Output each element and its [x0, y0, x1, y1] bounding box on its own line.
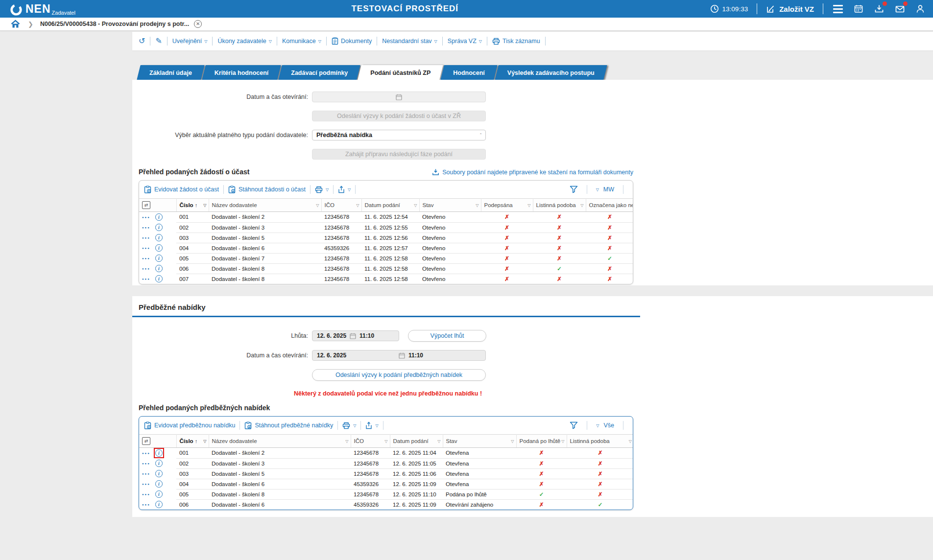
- column-config-header[interactable]: ⇄: [139, 199, 176, 212]
- tab-hodnoceni[interactable]: Hodnocení: [442, 65, 496, 80]
- row-menu-icon[interactable]: ●●●: [142, 267, 150, 270]
- col-ico[interactable]: IČO▽: [351, 435, 390, 448]
- opening2-datetime-input[interactable]: 12. 6. 2025 11:10: [312, 350, 486, 361]
- opening-datetime-input[interactable]: [312, 92, 486, 102]
- info-icon[interactable]: i: [155, 224, 163, 231]
- info-icon[interactable]: i: [155, 501, 163, 508]
- menu-uverejneni[interactable]: Uveřejnění▽: [172, 38, 208, 45]
- calendar-small-icon[interactable]: [350, 333, 356, 339]
- filter-arrow-icon[interactable]: ▽: [384, 439, 387, 443]
- col-cislo[interactable]: Číslo↑▽: [176, 435, 209, 448]
- col-stav[interactable]: Stav▽: [419, 199, 481, 212]
- filter-arrow-icon[interactable]: ▽: [527, 203, 530, 208]
- profile-button[interactable]: [914, 3, 926, 15]
- tab-vysledek[interactable]: Výsledek zadávacího postupu: [497, 65, 605, 80]
- menu-dokumenty[interactable]: Dokumenty: [332, 37, 372, 45]
- filter-arrow-icon[interactable]: ▽: [203, 439, 206, 443]
- col-podana-po-lhute[interactable]: Podaná po lhůtě▽: [516, 435, 567, 448]
- row-menu-icon[interactable]: ●●●: [142, 247, 150, 250]
- row-menu-icon[interactable]: ●●●: [142, 236, 150, 239]
- info-icon[interactable]: i: [155, 470, 163, 477]
- deadline-datetime-input[interactable]: 12. 6. 2025 11:10: [312, 330, 399, 341]
- filter-icon[interactable]: [570, 186, 578, 193]
- info-icon[interactable]: i: [155, 480, 163, 488]
- filter-arrow-icon[interactable]: ▽: [316, 203, 319, 208]
- table-row[interactable]: ●●●i002Dodavatel - školení 31234567811. …: [139, 222, 633, 233]
- info-icon[interactable]: i: [155, 265, 163, 272]
- info-icon[interactable]: i: [155, 234, 163, 241]
- col-listinna-podoba[interactable]: Listinná podoba▽: [533, 199, 586, 212]
- row-menu-icon[interactable]: ●●●: [142, 452, 150, 455]
- col-nazev-dodavatele[interactable]: Název dodavatele▽: [209, 435, 351, 448]
- col-listinna-podoba[interactable]: Listinná podoba▽: [567, 435, 633, 448]
- info-icon[interactable]: i: [155, 275, 163, 282]
- column-config-icon[interactable]: ⇄: [142, 437, 150, 445]
- info-icon[interactable]: i: [155, 490, 163, 498]
- filter-arrow-icon[interactable]: ▽: [561, 439, 564, 443]
- breadcrumb-item[interactable]: N006/25/V00005438 - Provozování prodejny…: [40, 21, 189, 27]
- row-menu-icon[interactable]: ●●●: [142, 278, 150, 280]
- col-ico[interactable]: IČO▽: [321, 199, 361, 212]
- create-vz-button[interactable]: Založit VZ: [766, 4, 814, 14]
- send-invitation-button[interactable]: Odeslání výzvy k podání předběžných nabí…: [312, 369, 486, 381]
- view-selector[interactable]: MW: [603, 186, 614, 193]
- tab-zakladni-udaje[interactable]: Základní údaje: [139, 65, 203, 80]
- downloads-button[interactable]: [873, 3, 885, 15]
- filter-arrow-icon[interactable]: ▽: [580, 203, 583, 208]
- col-podepsana[interactable]: Podepsána▽: [481, 199, 533, 212]
- row-menu-icon[interactable]: ●●●: [142, 462, 150, 465]
- filter-arrow-icon[interactable]: ▽: [345, 439, 348, 443]
- calendar-button[interactable]: [853, 3, 864, 15]
- table-row[interactable]: ●●●i005Dodavatel - školení 71234567811. …: [139, 253, 633, 263]
- files-download-link[interactable]: Soubory podání najdete připravené ke sta…: [432, 168, 633, 176]
- col-datum-podani[interactable]: Datum podání▽: [390, 435, 443, 448]
- info-icon[interactable]: i: [155, 255, 163, 262]
- view-selector[interactable]: Vše: [603, 422, 614, 429]
- close-icon[interactable]: ✕: [194, 20, 202, 28]
- row-menu-icon[interactable]: ●●●: [142, 257, 150, 260]
- col-datum-podani[interactable]: Datum podání▽: [361, 199, 419, 212]
- calendar-small-icon[interactable]: [399, 352, 405, 359]
- view-dropdown-arrow-icon[interactable]: ▽: [596, 423, 599, 428]
- download-requests-button[interactable]: Stáhnout žádosti o účast: [228, 186, 306, 193]
- filter-arrow-icon[interactable]: ▽: [476, 203, 478, 208]
- filter-icon[interactable]: [570, 421, 578, 429]
- info-icon[interactable]: i: [155, 244, 163, 252]
- filter-arrow-icon[interactable]: ▽: [511, 439, 514, 443]
- filter-arrow-icon[interactable]: ▽: [414, 203, 417, 208]
- download-bids-button[interactable]: Stáhnout předběžné nabídky: [244, 421, 333, 429]
- view-dropdown-arrow-icon[interactable]: ▽: [596, 187, 599, 192]
- row-menu-icon[interactable]: ●●●: [142, 503, 150, 506]
- column-config-header[interactable]: ⇄: [139, 435, 176, 448]
- row-menu-icon[interactable]: ●●●: [142, 216, 150, 219]
- submission-type-select[interactable]: Předběžná nabídka ˆ: [312, 130, 486, 140]
- print-table-button[interactable]: ▽: [342, 422, 356, 429]
- table-row[interactable]: ●●●i004Dodavatel - školení 64535932611. …: [139, 243, 633, 253]
- home-button[interactable]: [11, 20, 20, 28]
- menu-button[interactable]: [832, 3, 844, 15]
- menu-sprava-vz[interactable]: Správa VZ▽: [448, 38, 482, 45]
- row-menu-icon[interactable]: ●●●: [142, 472, 150, 475]
- print-table-button[interactable]: ▽: [315, 186, 329, 193]
- table-row[interactable]: ●●●i006Dodavatel - školení 81234567811. …: [139, 263, 633, 274]
- row-menu-icon[interactable]: ●●●: [142, 483, 150, 486]
- table-row[interactable]: ●●●i006Dodavatel - školení 64535932612. …: [139, 499, 633, 510]
- col-stav[interactable]: Stav▽: [443, 435, 516, 448]
- history-button[interactable]: ↺: [139, 37, 145, 45]
- col-nazev-dodavatele[interactable]: Název dodavatele▽: [209, 199, 321, 212]
- column-config-icon[interactable]: ⇄: [142, 201, 150, 209]
- filter-arrow-icon[interactable]: ▽: [203, 203, 206, 208]
- export-table-button[interactable]: ▽: [338, 186, 351, 193]
- menu-nestandardni-stav[interactable]: Nestandardní stav▽: [382, 38, 437, 45]
- tab-zadavaci-podminky[interactable]: Zadávací podmínky: [280, 65, 359, 80]
- table-row[interactable]: ●●●i004Dodavatel - školení 64535932612. …: [139, 479, 633, 489]
- filter-arrow-icon[interactable]: ▽: [629, 439, 632, 443]
- row-menu-icon[interactable]: ●●●: [142, 226, 150, 229]
- col-cislo[interactable]: Číslo↑▽: [176, 199, 209, 212]
- print-record-button[interactable]: Tisk záznamu: [492, 38, 540, 45]
- col-oznacena[interactable]: Označena jako ne: [586, 199, 633, 212]
- menu-ukony-zadavatele[interactable]: Úkony zadavatele▽: [217, 38, 272, 45]
- table-row[interactable]: ●●●i001Dodavatel - školení 21234567812. …: [139, 448, 633, 459]
- info-icon[interactable]: i: [155, 460, 163, 467]
- tab-podani-ucastniku-zp[interactable]: Podání účastníků ZP: [359, 65, 441, 80]
